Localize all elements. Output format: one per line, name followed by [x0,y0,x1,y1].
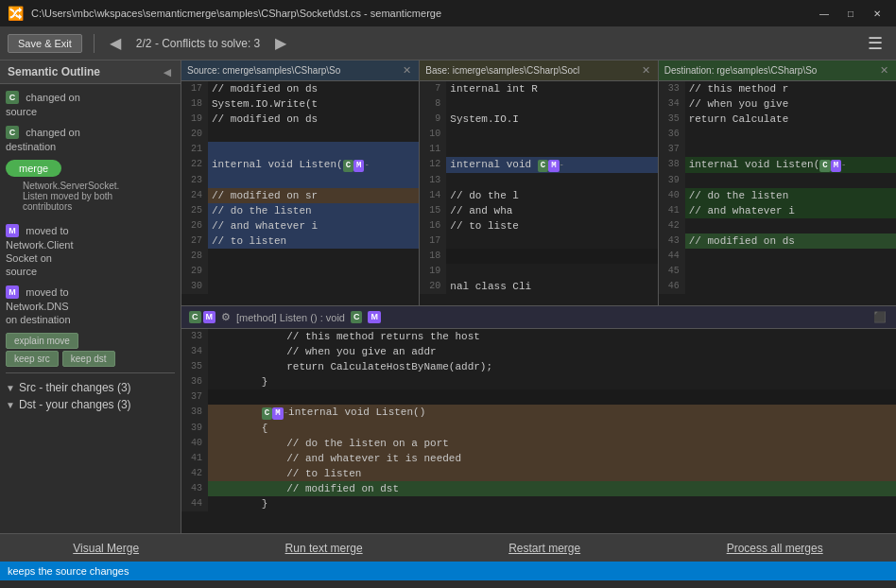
process-all-button[interactable]: Process all merges [712,538,838,559]
destination-code-lines[interactable]: 33// this method r 34// when you give 35… [659,81,896,305]
outline-item-changed-dst: C changed ondestination [6,125,175,152]
table-row: 25// do the listen [181,203,419,218]
table-row: 42 // to listen [181,466,896,481]
outline-item-moved-dst: M moved toNetwork.DNSon destination [6,285,175,325]
table-row: 20 [181,127,419,142]
badge-c-src: C [6,91,19,104]
code-area: Source: cmerge\samples\CSharp\So ✕ 17// … [181,61,896,533]
title-text: C:\Users\mbc\wkspaces\semanticmerge\samp… [31,8,805,19]
close-button[interactable]: ✕ [866,6,888,21]
table-row: 39 { [181,421,896,436]
table-row: 43// modified on ds [659,233,896,249]
keep-dst-button[interactable]: keep dst [62,351,115,367]
moved-info-text: Network.ServerSocket.Listen moved by bot… [6,179,175,216]
table-row: 38 CM-internal void Listen() [181,405,896,421]
table-row: 36 } [181,374,896,389]
keep-buttons: keep src keep dst [6,351,175,367]
table-row: 33 // this method returns the host [181,329,896,344]
nav-next-button[interactable]: ▶ [271,32,290,54]
table-row: 37 [659,142,896,157]
source-code-lines[interactable]: 17// modified on ds 18System.IO.Write(t … [181,81,419,305]
explain-move-button[interactable]: explain move [6,333,78,349]
toolbar-divider [94,34,95,53]
destination-panel: Destination: rge\samples\CSharp\So ✕ 33/… [659,61,896,305]
semantic-outline-panel: Semantic Outline ◀ C changed onsource C … [0,61,181,533]
source-panel: Source: cmerge\samples\CSharp\So ✕ 17// … [181,61,420,305]
table-row: 28 [181,249,419,264]
table-row: 33// this method r [659,81,896,96]
outline-collapse[interactable]: ◀ [162,67,173,78]
table-row: 26// and whatever i [181,218,419,233]
section-dst-row[interactable]: ▼ Dst - your changes (3) [6,396,175,413]
base-panel: Base: icmerge\samples\CSharp\Socl ✕ 7int… [420,61,658,305]
merged-code-view[interactable]: 33 // this method returns the host 34 //… [181,329,896,533]
badge-c-dst: C [6,126,19,139]
table-row: 44 [659,249,896,264]
table-row: 35return Calculate [659,112,896,127]
table-row: 24// modified on sr [181,188,419,203]
section-dst-label: Dst - your changes (3) [19,398,131,411]
conflict-badge-c: C [189,311,201,323]
menu-button[interactable]: ☰ [862,31,888,56]
minimize-button[interactable]: — [813,6,836,21]
table-row: 11 [420,142,657,157]
destination-panel-close[interactable]: ✕ [878,64,890,77]
outline-content: C changed onsource C changed ondestinati… [0,84,181,533]
table-row: 44 } [181,496,896,511]
table-row: 30 [181,279,419,294]
table-row: 34 // when you give an addr [181,344,896,359]
chevron-down-dst: ▼ [6,400,15,410]
restart-merge-button[interactable]: Restart merge [493,538,595,559]
table-row: 14// do the l [420,188,657,203]
table-row: 40// do the listen [659,188,896,203]
table-row: 35 return CalculateHostByName(addr); [181,359,896,374]
status-text: keeps the source changes [8,565,129,577]
section-src-label: Src - their changes (3) [19,381,131,394]
table-row: 46 [659,279,896,294]
status-bar: keeps the source changes [0,562,896,580]
table-row: 29 [181,264,419,279]
window-controls: — □ ✕ [813,6,888,21]
visual-merge-button[interactable]: Visual Merge [58,538,154,559]
run-text-merge-button[interactable]: Run text merge [270,538,378,559]
table-row: 43 // modified on dst [181,481,896,496]
outline-sections: ▼ Src - their changes (3) ▼ Dst - your c… [6,372,175,413]
conflict-badges: C M [189,311,215,323]
base-panel-header: Base: icmerge\samples\CSharp\Socl ✕ [420,61,657,81]
table-row: 22internal void Listen(CM- [181,157,419,173]
base-panel-close[interactable]: ✕ [640,64,652,77]
source-panel-close[interactable]: ✕ [401,64,413,77]
conflict-method-label: [method] Listen () : void [236,312,345,323]
action-buttons: explain move [6,333,175,349]
title-bar: 🔀 C:\Users\mbc\wkspaces\semanticmerge\sa… [0,0,896,26]
table-row: 40 // do the listen on a port [181,436,896,451]
save-exit-button[interactable]: Save & Exit [8,34,82,53]
table-row: 13 [420,173,657,188]
merged-view-expand[interactable]: ⬛ [871,311,888,323]
table-row: 18System.IO.Write(t [181,96,419,112]
destination-header-text: Destination: rge\samples\CSharp\So [664,65,818,76]
conflict-end-badge-m: M [368,311,381,323]
outline-item-moved-src: M moved toNetwork.ClientSocket onsource [6,223,175,277]
outline-header: Semantic Outline ◀ [0,61,181,84]
maximize-button[interactable]: □ [839,6,862,21]
keep-src-button[interactable]: keep src [6,351,59,367]
merge-button[interactable]: merge [6,160,61,177]
main-area: Semantic Outline ◀ C changed onsource C … [0,61,896,533]
base-header-text: Base: icmerge\samples\CSharp\Socl [425,65,579,76]
chevron-down-src: ▼ [6,383,15,393]
table-row: 23 [181,173,419,188]
base-code-lines[interactable]: 7internal int R 8 9System.IO.I 10 11 12i… [420,81,657,305]
table-row: 19 [420,264,657,279]
source-panel-header: Source: cmerge\samples\CSharp\So ✕ [181,61,419,81]
toolbar: Save & Exit ◀ 2/2 - Conflicts to solve: … [0,26,896,61]
nav-prev-button[interactable]: ◀ [106,32,125,54]
section-src-row[interactable]: ▼ Src - their changes (3) [6,379,175,396]
table-row: 21 [181,142,419,157]
table-row: 19// modified on ds [181,112,419,127]
conflict-info-bar: C M ⚙ [method] Listen () : void C M ⬛ [181,306,896,329]
conflict-end-badge-c: C [351,311,363,323]
table-row: 16// to liste [420,218,657,233]
table-row: 37 [181,389,896,405]
bottom-toolbar: Visual Merge Run text merge Restart merg… [0,533,896,562]
